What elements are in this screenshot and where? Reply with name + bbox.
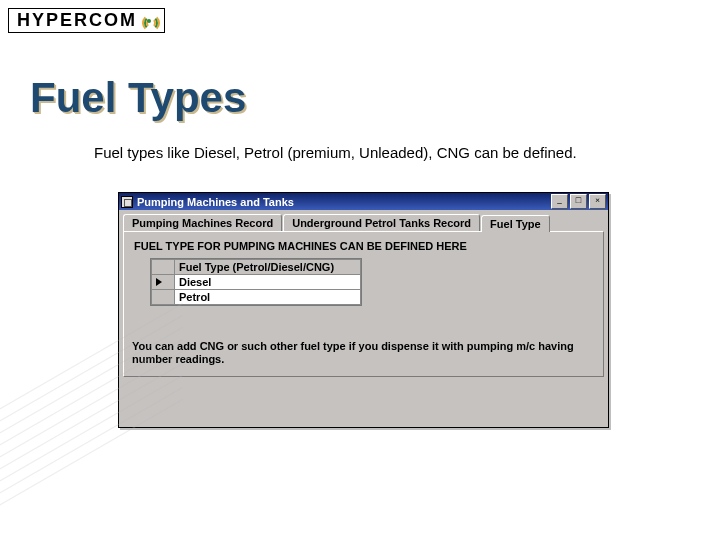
window-close-button[interactable]: × [589,194,606,209]
window-title: Pumping Machines and Tanks [137,196,294,208]
grid-row-selector [152,290,175,305]
window-maximize-button[interactable]: □ [570,194,587,209]
grid-cell[interactable]: Diesel [175,275,361,290]
signal-icon [140,12,158,30]
grid-row-selector-icon [152,275,175,290]
fuel-type-panel: FUEL TYPE FOR PUMPING MACHINES CAN BE DE… [123,231,604,377]
brand-logo: HYPERCOM [8,8,165,33]
page-description: Fuel types like Diesel, Petrol (premium,… [94,144,577,161]
window-minimize-button[interactable]: _ [551,194,568,209]
panel-heading: FUEL TYPE FOR PUMPING MACHINES CAN BE DE… [134,240,597,252]
brand-text: HYPERCOM [17,10,137,31]
fuel-type-grid[interactable]: Fuel Type (Petrol/Diesel/CNG) Diesel Pet… [150,258,362,306]
tab-fuel-type[interactable]: Fuel Type [481,215,550,232]
tab-bar: Pumping Machines Record Underground Petr… [123,214,604,231]
grid-corner [152,260,175,275]
window-icon [121,196,133,208]
grid-column-header[interactable]: Fuel Type (Petrol/Diesel/CNG) [175,260,361,275]
grid-cell[interactable]: Petrol [175,290,361,305]
panel-note: You can add CNG or such other fuel type … [132,340,597,366]
grid-row[interactable]: Diesel [152,275,361,290]
tab-underground-tanks[interactable]: Underground Petrol Tanks Record [283,214,480,231]
window-titlebar[interactable]: Pumping Machines and Tanks _ □ × [119,193,608,210]
page-title: Fuel Types [30,74,246,122]
grid-row[interactable]: Petrol [152,290,361,305]
tab-pumping-machines[interactable]: Pumping Machines Record [123,214,282,231]
decorative-hatch [0,430,140,540]
pumping-machines-window: Pumping Machines and Tanks _ □ × Pumping… [118,192,609,428]
